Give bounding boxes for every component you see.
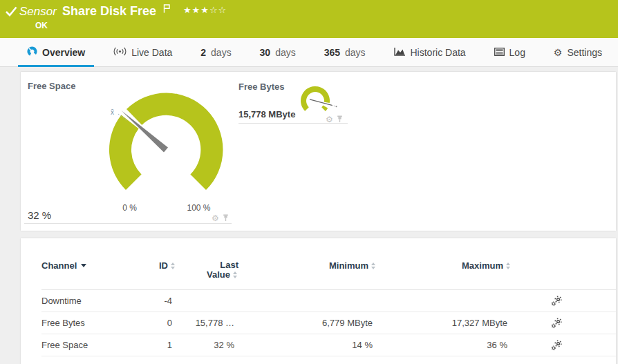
channels-table-panel: Channel ID Last Value Minimum Maximum bbox=[21, 238, 616, 364]
tab-label: Historic Data bbox=[411, 47, 466, 58]
tab-unit: days bbox=[275, 47, 296, 58]
tab-bar: Overview Live Data 2 days 30 days 365 da… bbox=[0, 38, 618, 67]
pin-icon[interactable] bbox=[337, 113, 343, 126]
stars-filled: ★★★ bbox=[183, 5, 209, 15]
tab-label: Log bbox=[509, 47, 525, 58]
gear-icon[interactable]: ⚙ bbox=[212, 214, 219, 222]
tab-2-days[interactable]: 2 days bbox=[191, 38, 240, 67]
sort-active-desc-icon bbox=[81, 264, 86, 267]
channel-name: Free Space bbox=[41, 340, 145, 350]
priority-stars[interactable]: ★★★☆☆ bbox=[183, 5, 227, 15]
column-header-maximum[interactable]: Maximum bbox=[377, 260, 512, 271]
gear-icon[interactable]: ⚙ bbox=[326, 115, 333, 124]
gear-icon: ⚙ bbox=[554, 48, 563, 57]
channel-settings-gears-icon[interactable] bbox=[512, 318, 601, 329]
table-row[interactable]: Free Space 1 32 % 14 % 36 % bbox=[41, 334, 616, 356]
channel-id: 1 bbox=[145, 340, 176, 350]
gauge-icon bbox=[27, 46, 37, 59]
sensor-type-label: Sensor bbox=[19, 5, 57, 19]
free-bytes-widget: Free Bytes 15,778 MByte ⚙ bbox=[238, 80, 348, 124]
gauge-scale-max: 100 % bbox=[183, 203, 214, 213]
table-row[interactable]: Free Bytes 0 15,778 … 6,779 MByte 17,327… bbox=[41, 312, 616, 334]
overview-gauges-panel: Free Space x̄ 0 % 100 % 32 % ⚙ Free Byte… bbox=[21, 72, 616, 231]
tab-log[interactable]: Log bbox=[485, 38, 534, 67]
channel-id: 0 bbox=[145, 318, 176, 328]
last-value: 32 % bbox=[176, 340, 238, 350]
column-header-minimum[interactable]: Minimum bbox=[238, 260, 377, 271]
free-bytes-gauge-title: Free Bytes bbox=[238, 82, 284, 92]
channel-id: -4 bbox=[145, 296, 176, 306]
tab-number: 30 bbox=[260, 47, 271, 58]
sensor-status-badge: OK bbox=[35, 21, 48, 30]
tab-label: Overview bbox=[42, 47, 85, 58]
chart-icon bbox=[394, 47, 406, 58]
column-header-channel[interactable]: Channel bbox=[41, 260, 145, 271]
free-space-value: 32 % bbox=[28, 209, 51, 221]
tab-settings[interactable]: ⚙ Settings bbox=[545, 38, 611, 67]
tab-unit: days bbox=[345, 47, 366, 58]
log-list-icon bbox=[494, 47, 505, 58]
channel-name: Downtime bbox=[41, 296, 145, 306]
table-row[interactable]: Downtime -4 bbox=[41, 290, 616, 312]
channel-name: Free Bytes bbox=[41, 318, 145, 328]
sort-toggle-icon bbox=[171, 262, 175, 269]
last-value: 15,778 … bbox=[176, 318, 238, 328]
tab-number: 365 bbox=[324, 47, 340, 58]
channel-settings-gears-icon[interactable] bbox=[512, 340, 601, 351]
tab-live-data[interactable]: Live Data bbox=[104, 38, 181, 67]
sort-toggle-icon bbox=[506, 262, 510, 269]
table-header-row: Channel ID Last Value Minimum Maximum bbox=[41, 238, 616, 290]
widget-divider bbox=[24, 223, 232, 224]
average-marker-dot bbox=[336, 106, 337, 107]
gauge-scale-min: 0 % bbox=[114, 203, 145, 213]
sensor-header: Sensor Share Disk Free ★★★☆☆ OK bbox=[0, 0, 618, 38]
column-header-last-value[interactable]: Last Value bbox=[176, 260, 238, 280]
column-header-id[interactable]: ID bbox=[145, 260, 176, 271]
tab-label: Settings bbox=[567, 47, 602, 58]
sort-toggle-icon bbox=[233, 271, 237, 278]
channel-settings-gears-icon[interactable] bbox=[512, 296, 601, 307]
free-space-gauge: x̄ bbox=[97, 84, 235, 212]
tab-overview[interactable]: Overview bbox=[18, 38, 94, 67]
minimum-value: 14 % bbox=[238, 340, 377, 350]
sort-toggle-icon bbox=[371, 262, 375, 269]
average-marker-label: x̄ bbox=[111, 108, 114, 116]
flag-icon[interactable] bbox=[163, 3, 171, 16]
maximum-value: 36 % bbox=[377, 340, 512, 350]
sensor-name: Share Disk Free bbox=[62, 4, 156, 19]
tab-365-days[interactable]: 365 days bbox=[315, 38, 375, 67]
tab-historic-data[interactable]: Historic Data bbox=[385, 38, 475, 67]
tab-number: 2 bbox=[200, 47, 206, 58]
minimum-value: 6,779 MByte bbox=[238, 318, 377, 328]
stars-empty: ☆☆ bbox=[209, 5, 227, 15]
tab-label: Live Data bbox=[131, 47, 172, 58]
tab-30-days[interactable]: 30 days bbox=[251, 38, 305, 67]
status-ok-check-icon bbox=[6, 6, 17, 19]
free-bytes-value: 15,778 MByte bbox=[238, 109, 295, 119]
free-space-gauge-title: Free Space bbox=[28, 81, 75, 91]
tab-unit: days bbox=[211, 47, 232, 58]
maximum-value: 17,327 MByte bbox=[377, 318, 512, 328]
live-data-icon bbox=[113, 47, 127, 58]
